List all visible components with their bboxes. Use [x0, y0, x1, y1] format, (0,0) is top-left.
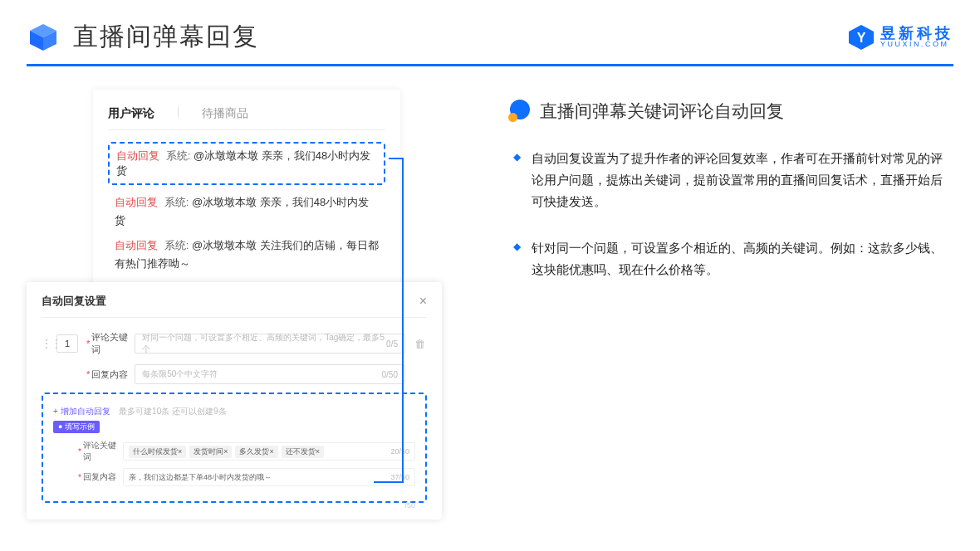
example-reply-row: * 回复内容 亲，我们这边都是下单48小时内发货的哦～ 37/50: [53, 468, 415, 486]
example-reply-count: 37/50: [390, 473, 409, 481]
connector-line: [402, 158, 404, 481]
comment-row: 自动回复 系统: @冰墩墩本墩 关注我们的店铺，每日都有热门推荐呦～: [108, 236, 385, 273]
add-auto-reply-link[interactable]: + 增加自动回复: [53, 407, 110, 416]
section-heading: 直播间弹幕关键词评论自动回复: [508, 100, 953, 123]
rule-index: 1: [56, 334, 78, 353]
required-star: *: [86, 369, 90, 379]
example-reply-label: 回复内容: [83, 471, 123, 483]
system-label: 系统:: [164, 239, 189, 251]
add-note: 最多可建10条 还可以创建9条: [119, 407, 226, 416]
system-label: 系统:: [166, 149, 191, 162]
auto-reply-settings-modal: 自动回复设置 × ⋮⋮ 1 * 评论关键词 对同一个问题，可设置多个相近、高频的…: [27, 282, 442, 519]
highlighted-comment-row: 自动回复 系统: @冰墩墩本墩 亲亲，我们48小时内发货: [108, 142, 385, 185]
brand-name-cn: 昱新科技: [880, 26, 953, 41]
example-keyword-row: * 评论关键词 什么时候发货× 发货时间× 多久发货× 还不发货× 20/50: [53, 440, 415, 463]
keyword-tag[interactable]: 还不发货×: [282, 446, 324, 458]
bullet-point: 针对同一个问题，可设置多个相近的、高频的关键词。例如：这款多少钱、这块能优惠吗、…: [508, 237, 953, 280]
comment-row: 自动回复 系统: @冰墩墩本墩 亲亲，我们48小时内发货: [108, 193, 385, 230]
required-star: *: [86, 339, 90, 349]
auto-reply-badge: 自动回复: [115, 196, 158, 208]
keyword-row: ⋮⋮ 1 * 评论关键词 对同一个问题，可设置多个相近、高频的关键词，Tag确定…: [42, 331, 427, 356]
required-star: *: [78, 447, 81, 456]
overflow-peek: /50: [404, 501, 415, 510]
reply-input[interactable]: 每条限50个中文字符 0/50: [135, 364, 405, 384]
example-keyword-tags[interactable]: 什么时候发货× 发货时间× 多久发货× 还不发货× 20/50: [123, 442, 415, 461]
example-badge: ● 填写示例: [53, 421, 100, 433]
keyword-tag[interactable]: 多久发货×: [235, 446, 277, 458]
example-keyword-count: 20/50: [390, 447, 409, 456]
screenshot-column: 用户评论 待播商品 自动回复 系统: @冰墩墩本墩 亲亲，我们48小时内发货 自…: [27, 100, 458, 514]
section-heading-text: 直播间弹幕关键词评论自动回复: [540, 100, 784, 123]
example-keyword-label: 评论关键词: [83, 440, 123, 463]
tab-user-comments[interactable]: 用户评论: [108, 103, 154, 129]
bullet-point: 自动回复设置为了提升作者的评论回复效率，作者可在开播前针对常见的评论用户问题，提…: [508, 148, 953, 212]
reply-label: 回复内容: [91, 368, 135, 381]
tab-divider: [178, 107, 179, 117]
svg-text:Y: Y: [857, 31, 866, 45]
tab-pending-goods[interactable]: 待播商品: [202, 103, 248, 129]
comments-panel: 用户评论 待播商品 自动回复 系统: @冰墩墩本墩 亲亲，我们48小时内发货 自…: [93, 90, 400, 298]
brand-name-en: YUUXIN.COM: [880, 41, 953, 48]
reply-row: * 回复内容 每条限50个中文字符 0/50 🗑: [42, 364, 427, 384]
connector-line: [374, 481, 404, 483]
system-label: 系统:: [164, 196, 189, 208]
drag-handle-icon[interactable]: ⋮⋮: [42, 338, 53, 349]
keyword-label: 评论关键词: [91, 331, 135, 356]
auto-reply-badge: 自动回复: [116, 149, 159, 162]
close-icon[interactable]: ×: [419, 294, 427, 309]
example-reply-text: 亲，我们这边都是下单48小时内发货的哦～: [129, 472, 272, 483]
comments-tabs: 用户评论 待播商品: [108, 103, 385, 130]
delete-icon[interactable]: 🗑: [412, 338, 427, 350]
input-placeholder: 对同一个问题，可设置多个相近、高频的关键词，Tag确定，最多5个: [142, 332, 386, 355]
brand-y-icon: Y: [847, 23, 875, 51]
input-placeholder: 每条限50个中文字符: [142, 368, 218, 380]
cube-icon: [27, 21, 60, 54]
keyword-tag[interactable]: 什么时候发货×: [129, 446, 186, 458]
example-reply-value[interactable]: 亲，我们这边都是下单48小时内发货的哦～ 37/50: [123, 468, 415, 486]
required-star: *: [78, 473, 81, 482]
keyword-input[interactable]: 对同一个问题，可设置多个相近、高频的关键词，Tag确定，最多5个 0/5: [135, 334, 405, 354]
page-header: 直播间弹幕回复 Y 昱新科技 YUUXIN.COM: [0, 0, 980, 61]
page-title: 直播间弹幕回复: [73, 20, 259, 54]
brand-logo: Y 昱新科技 YUUXIN.COM: [847, 23, 953, 51]
auto-reply-badge: 自动回复: [115, 239, 158, 251]
modal-title: 自动回复设置: [42, 294, 106, 309]
reply-count: 0/50: [382, 370, 398, 379]
explanation-column: 直播间弹幕关键词评论自动回复 自动回复设置为了提升作者的评论回复效率，作者可在开…: [458, 100, 953, 514]
example-callout: + 增加自动回复 最多可建10条 还可以创建9条 ● 填写示例 * 评论关键词 …: [42, 393, 427, 503]
bubble-icon: [508, 100, 532, 123]
keyword-tag[interactable]: 发货时间×: [189, 446, 232, 458]
keyword-count: 0/5: [386, 339, 398, 349]
